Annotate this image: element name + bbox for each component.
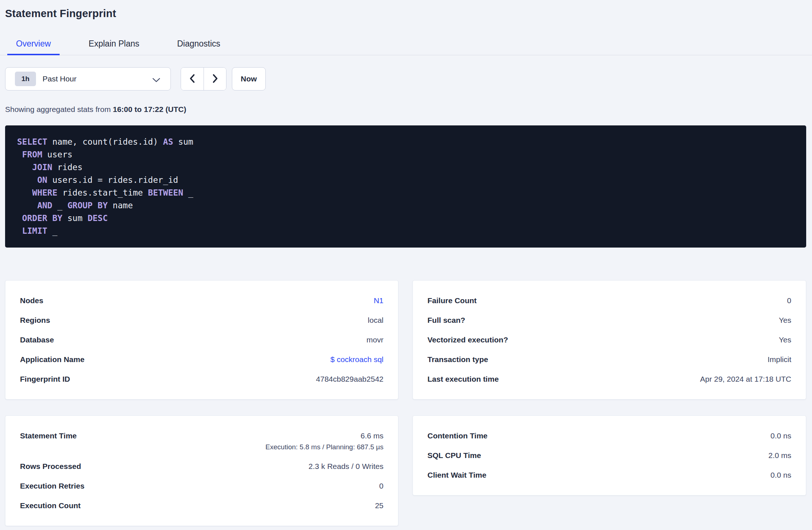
card-row: Vectorized execution?Yes [427, 330, 791, 350]
row-label: Full scan? [427, 316, 465, 325]
row-value: Apr 29, 2024 at 17:18 UTC [700, 375, 791, 384]
sql-keyword: ORDER BY [22, 213, 63, 223]
row-label: Vectorized execution? [427, 336, 508, 344]
sql-line: AND _ GROUP BY name [17, 199, 795, 212]
row-value: 0.0 ns [771, 471, 791, 479]
sql-keyword: AS [163, 137, 173, 146]
sql-text [17, 175, 37, 185]
tab-diagnostics[interactable]: Diagnostics [168, 39, 229, 55]
sql-text: sum [173, 137, 193, 146]
card-row: Databasemovr [20, 330, 383, 350]
sql-text: _ [183, 188, 193, 197]
sql-line: ON users.id = rides.rider_id [17, 174, 795, 186]
card-row: Fingerprint ID4784cb829aab2542 [20, 369, 383, 389]
row-value: 2.3 k Reads / 0 Writes [309, 462, 383, 471]
sql-text: users.id = rides.rider_id [47, 175, 178, 185]
statement-time-card: Statement Time6.6 msExecution: 5.8 ms / … [5, 415, 398, 526]
now-button[interactable]: Now [232, 67, 266, 91]
row-value: Yes [779, 336, 791, 344]
sql-keyword: FROM [22, 150, 42, 159]
card-row: Full scan?Yes [427, 310, 791, 330]
tabs: OverviewExplain PlansDiagnostics [0, 39, 812, 55]
next-interval-button[interactable] [204, 68, 226, 90]
row-value: 0 [379, 482, 383, 490]
row-label: Nodes [20, 296, 43, 305]
sql-keyword: GROUP BY [67, 201, 108, 210]
statement-details-card: NodesN1RegionslocalDatabasemovrApplicati… [5, 280, 398, 399]
stats-summary: Showing aggregated stats from 16:00 to 1… [5, 105, 812, 114]
sql-keyword: DESC [88, 213, 108, 223]
row-label: Last execution time [427, 375, 499, 384]
statement-fingerprint-page: { "page": { "title": "Statement Fingerpr… [0, 0, 812, 530]
row-caption: Execution: 5.8 ms / Planning: 687.5 µs [20, 443, 383, 451]
sql-text: _ [47, 226, 57, 236]
card-row: Contention Time0.0 ns [427, 426, 791, 446]
row-label: Application Name [20, 355, 84, 364]
row-label: Execution Count [20, 501, 81, 510]
sql-line: JOIN rides [17, 161, 795, 174]
sql-text: users [42, 150, 72, 159]
chevron-left-icon [188, 73, 196, 85]
stats-summary-range: 16:00 to 17:22 (UTC) [113, 105, 186, 113]
sql-text: rides.start_time [57, 188, 148, 197]
sql-text: name [108, 201, 133, 210]
previous-interval-button[interactable] [181, 68, 204, 90]
tab-explain-plans[interactable]: Explain Plans [80, 39, 148, 55]
card-row: Application Name$ cockroach sql [20, 350, 383, 369]
row-value: 6.6 ms [361, 431, 383, 440]
card-row: Last execution timeApr 29, 2024 at 17:18… [427, 369, 791, 389]
row-value: 25 [375, 501, 383, 510]
sql-keyword: AND [37, 201, 52, 210]
row-label: Failure Count [427, 296, 477, 305]
time-interval-dropdown[interactable]: 1h Past Hour [5, 67, 171, 91]
interval-stepper [181, 67, 226, 91]
row-label: Rows Processed [20, 462, 81, 471]
chevron-down-icon [152, 77, 160, 84]
row-value: movr [366, 336, 383, 344]
row-value-link[interactable]: N1 [374, 296, 383, 305]
row-label: Database [20, 336, 54, 344]
card-row: NodesN1 [20, 291, 383, 310]
sql-line: WHERE rides.start_time BETWEEN _ [17, 186, 795, 199]
sql-keyword: LIMIT [22, 226, 47, 236]
chevron-right-icon [211, 73, 219, 85]
sql-statement-box: SELECT name, count(rides.id) AS sum FROM… [5, 125, 806, 248]
card-row: Regionslocal [20, 310, 383, 330]
row-label: Transaction type [427, 355, 488, 364]
sql-text [17, 188, 32, 197]
row-value: 0.0 ns [771, 431, 791, 440]
sql-text: rides [52, 162, 83, 172]
sql-text [17, 201, 37, 210]
row-value: 4784cb829aab2542 [316, 375, 383, 384]
sql-line: LIMIT _ [17, 225, 795, 237]
sql-keyword: JOIN [32, 162, 52, 172]
row-label: Client Wait Time [427, 471, 486, 479]
card-row: Failure Count0 [427, 291, 791, 310]
tab-overview[interactable]: Overview [7, 39, 60, 55]
sql-text [17, 162, 32, 172]
row-label: Statement Time [20, 431, 77, 440]
sql-line: ORDER BY sum DESC [17, 212, 795, 225]
row-label: SQL CPU Time [427, 451, 481, 460]
row-label: Fingerprint ID [20, 375, 70, 384]
sql-text: name, count(rides.id) [47, 137, 163, 146]
card-row: Execution Count25 [20, 496, 383, 515]
row-value: Yes [779, 316, 791, 325]
time-controls: 1h Past Hour Now [5, 67, 812, 91]
sql-keyword: SELECT [17, 137, 47, 146]
row-value-link[interactable]: $ cockroach sql [330, 355, 383, 364]
sql-text: sum [63, 213, 88, 223]
card-row: Client Wait Time0.0 ns [427, 465, 791, 485]
row-label: Execution Retries [20, 482, 84, 490]
page-title: Statement Fingerprint [5, 7, 812, 20]
interval-badge: 1h [15, 72, 36, 86]
wait-time-card: Contention Time0.0 nsSQL CPU Time2.0 msC… [413, 415, 806, 495]
sql-keyword: WHERE [32, 188, 57, 197]
row-value: local [368, 316, 383, 325]
overview-cards: NodesN1RegionslocalDatabasemovrApplicati… [5, 280, 806, 526]
sql-keyword: ON [37, 175, 47, 185]
row-value: 2.0 ms [768, 451, 791, 460]
execution-attributes-card: Failure Count0Full scan?YesVectorized ex… [413, 280, 806, 399]
card-row: Execution Retries0 [20, 476, 383, 496]
card-row: Rows Processed2.3 k Reads / 0 Writes [20, 457, 383, 476]
